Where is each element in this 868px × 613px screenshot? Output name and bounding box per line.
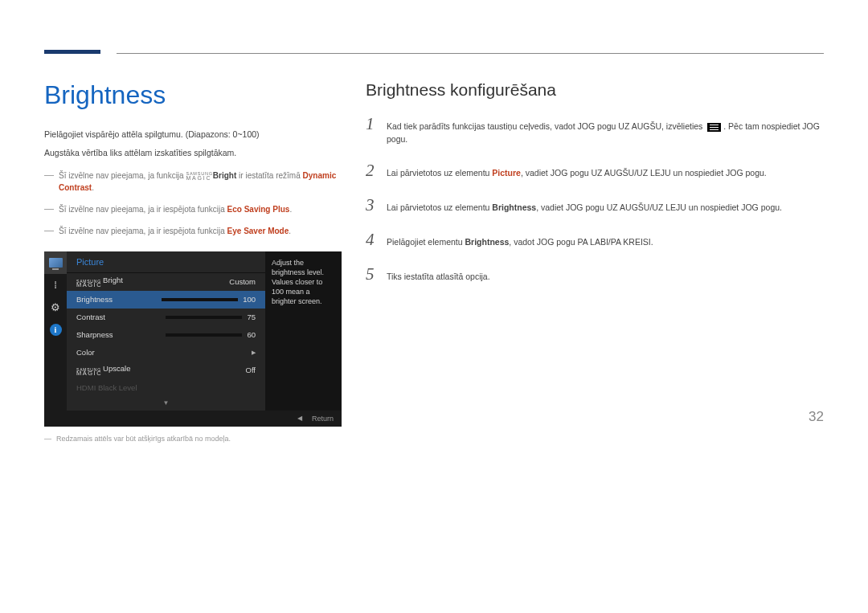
note-1: ― Šī izvēlne nav pieejama, ja funkcija S… — [44, 170, 342, 194]
osd-row-sharpness[interactable]: Sharpness 60 — [67, 326, 265, 344]
gear-icon: ⚙ — [51, 301, 60, 313]
return-label[interactable]: Return — [312, 415, 334, 423]
step-3: 3 Lai pārvietotos uz elementu Brightness… — [366, 195, 824, 215]
osd-row-brightness[interactable]: Brightness 100 — [67, 291, 265, 309]
intro-text-2: Augstāka vērtība liks attēlam izskatītie… — [44, 146, 342, 160]
step-5: 5 Tiks iestatīta atlasītā opcija. — [366, 264, 824, 284]
chevron-right-icon: ▶ — [252, 349, 256, 356]
note-3: ― Šī izvēlne nav pieejama, ja ir iespējo… — [44, 225, 342, 237]
osd-row-hdmi: HDMI Black Level — [67, 379, 265, 397]
osd-nav-options[interactable]: ⁞ — [44, 274, 67, 296]
page-title: Brightness — [44, 80, 342, 110]
osd-title: Picture — [67, 251, 265, 273]
step-2: 2 Lai pārvietotos uz elementu Picture, v… — [366, 161, 824, 181]
osd-description: Adjust the brightness level. Values clos… — [265, 251, 342, 411]
osd-row-magicbright[interactable]: SAMSUNGMAGICBright Custom — [67, 273, 265, 291]
nav-left-icon[interactable]: ◀ — [297, 415, 302, 422]
info-icon: i — [50, 324, 62, 336]
osd-panel: ⁞ ⚙ i Picture SAMSUNGMAGICBright Custom … — [44, 251, 342, 427]
page-number: 32 — [809, 409, 824, 425]
intro-text-1: Pielāgojiet vispārējo attēla spilgtumu. … — [44, 128, 342, 141]
step-4: 4 Pielāgojiet elementu Brightness, vadot… — [366, 230, 824, 250]
image-footnote: ― Redzamais attēls var būt atšķirīgs atk… — [44, 435, 342, 443]
step-1: 1 Kad tiek parādīts funkcijas taustiņu c… — [366, 114, 824, 146]
note-2: ― Šī izvēlne nav pieejama, ja ir iespējo… — [44, 203, 342, 215]
osd-nav-picture[interactable] — [44, 251, 67, 274]
osd-row-contrast[interactable]: Contrast 75 — [67, 309, 265, 326]
dots-icon: ⁞ — [54, 279, 57, 291]
section-title: Brightness konfigurēšana — [366, 80, 824, 100]
osd-nav-info[interactable]: i — [44, 319, 67, 341]
osd-row-color[interactable]: Color ▶ — [67, 344, 265, 362]
scroll-down-icon[interactable]: ▼ — [67, 397, 265, 411]
monitor-icon — [49, 258, 63, 268]
osd-row-upscale[interactable]: SAMSUNGMAGICUpscale Off — [67, 362, 265, 379]
menu-icon — [707, 123, 721, 132]
osd-nav-settings[interactable]: ⚙ — [44, 296, 67, 319]
